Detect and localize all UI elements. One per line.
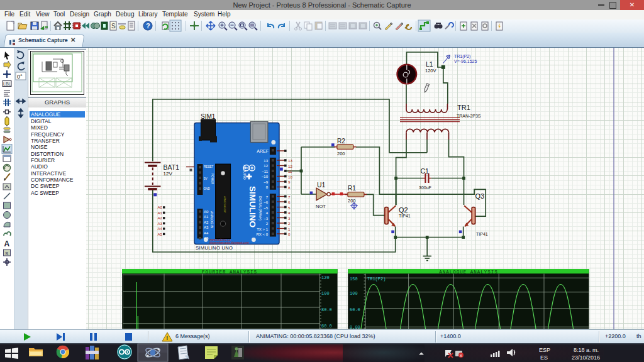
svg-text:~3: ~3 [264, 217, 269, 221]
svg-text:NOT: NOT [316, 204, 326, 209]
svg-text:~9: ~9 [264, 180, 269, 184]
svg-text:0°: 0° [17, 74, 23, 80]
svg-text:A1: A1 [204, 215, 209, 219]
svg-text:12V: 12V [164, 171, 173, 177]
svg-text:~5: ~5 [264, 206, 269, 210]
svg-text:6: 6 [288, 200, 291, 204]
svg-text:13: 13 [288, 158, 292, 163]
svg-text:SIMULINO UNO: SIMULINO UNO [196, 245, 233, 251]
svg-text:RX < 0: RX < 0 [256, 233, 268, 236]
svg-text:80.0: 80.0 [321, 307, 332, 312]
svg-text:LBL: LBL [3, 82, 11, 86]
svg-text:V=-96.1525: V=-96.1525 [454, 59, 477, 63]
svg-text:L1: L1 [426, 60, 433, 68]
svg-text:100: 100 [321, 291, 330, 296]
svg-text:100: 100 [350, 291, 358, 296]
svg-text:ATMEGA328P: ATMEGA328P [223, 196, 226, 213]
svg-text:0: 0 [288, 232, 291, 236]
svg-text:SIMULINO: SIMULINO [248, 186, 257, 228]
svg-text:Q2: Q2 [399, 206, 408, 214]
svg-text:?: ? [146, 22, 150, 30]
svg-text:50.0: 50.0 [350, 307, 360, 312]
svg-text:A4: A4 [157, 226, 162, 231]
svg-text:10: 10 [288, 175, 292, 179]
svg-text:TR1(P2): TR1(P2) [367, 277, 386, 282]
svg-text:ANALOGUE ANALYSIS: ANALOGUE ANALYSIS [439, 270, 498, 275]
svg-text:5: 5 [288, 206, 291, 210]
svg-text:TR1: TR1 [457, 104, 470, 111]
svg-text:A: A [4, 239, 10, 248]
svg-text:120: 120 [321, 275, 330, 280]
svg-text:SIM1: SIM1 [201, 113, 216, 120]
svg-text:C1: C1 [421, 167, 430, 175]
svg-text:AREF: AREF [257, 149, 269, 153]
svg-text:ESP: ESP [539, 347, 550, 353]
svg-text:A1: A1 [157, 211, 162, 215]
svg-text:ES: ES [540, 354, 548, 361]
svg-text:BAT1: BAT1 [164, 163, 180, 171]
svg-text:12: 12 [288, 164, 292, 168]
svg-text:A3: A3 [204, 226, 209, 229]
svg-text:blogembarcado.blogspot.com: blogembarcado.blogspot.com [209, 241, 249, 244]
svg-text:23/10/2016: 23/10/2016 [572, 354, 600, 361]
svg-text:3: 3 [288, 216, 291, 221]
svg-text:A5: A5 [204, 236, 209, 240]
svg-text:60.0: 60.0 [321, 324, 332, 329]
svg-text:7: 7 [288, 195, 291, 199]
svg-text:TX > 1: TX > 1 [257, 228, 269, 231]
svg-text:TIP41: TIP41 [476, 232, 488, 236]
svg-text:5V: 5V [204, 177, 208, 180]
svg-text:S: S [5, 251, 8, 256]
svg-text:FOURIER ANALYSIS: FOURIER ANALYSIS [202, 270, 257, 275]
svg-text:~10: ~10 [262, 175, 269, 178]
svg-text:2: 2 [288, 221, 291, 226]
svg-text:150: 150 [350, 277, 358, 282]
svg-text:12: 12 [264, 164, 268, 168]
svg-text:4: 4 [288, 211, 291, 215]
svg-text:A5: A5 [157, 232, 162, 236]
svg-text:200: 200 [337, 151, 345, 156]
svg-text:RESET: RESET [204, 165, 214, 168]
svg-text:300uF: 300uF [419, 185, 431, 190]
svg-text:A0: A0 [204, 210, 209, 214]
svg-text:ARDUINO: ARDUINO [243, 165, 247, 179]
svg-text:9: 9 [288, 180, 291, 184]
svg-text:A3: A3 [157, 221, 162, 226]
svg-text:!: ! [166, 335, 168, 341]
svg-text:TRAN-2P3S: TRAN-2P3S [457, 114, 481, 118]
svg-text:Q3: Q3 [475, 192, 485, 200]
svg-text:A0: A0 [157, 205, 162, 209]
svg-text:DIGITAL (PWM=): DIGITAL (PWM=) [258, 196, 262, 221]
svg-text:TIP41: TIP41 [399, 214, 411, 218]
svg-text:S: S [111, 23, 116, 30]
svg-text:11: 11 [288, 169, 292, 173]
svg-text:A2: A2 [157, 216, 162, 220]
svg-text:U1: U1 [317, 181, 326, 189]
svg-text:0.00: 0.00 [350, 325, 360, 329]
svg-text:13: 13 [264, 159, 268, 163]
svg-text:R2: R2 [337, 138, 345, 145]
svg-text:ANALOG IN: ANALOG IN [210, 211, 214, 229]
svg-text:8: 8 [288, 185, 291, 190]
svg-text:POWER: POWER [211, 173, 214, 185]
svg-text:120V: 120V [425, 68, 436, 74]
svg-text:8:18 a. m.: 8:18 a. m. [574, 347, 599, 353]
svg-text:GND: GND [204, 187, 211, 190]
svg-text:A4: A4 [204, 231, 209, 235]
svg-text:TR1(P2): TR1(P2) [454, 54, 470, 59]
svg-text:200: 200 [348, 198, 356, 204]
svg-text:R1: R1 [348, 185, 356, 192]
svg-text:1: 1 [288, 227, 291, 231]
svg-text:A2: A2 [204, 221, 209, 224]
svg-text:x: x [460, 353, 462, 358]
svg-text:~6: ~6 [264, 200, 269, 204]
svg-text:~11: ~11 [262, 170, 268, 173]
